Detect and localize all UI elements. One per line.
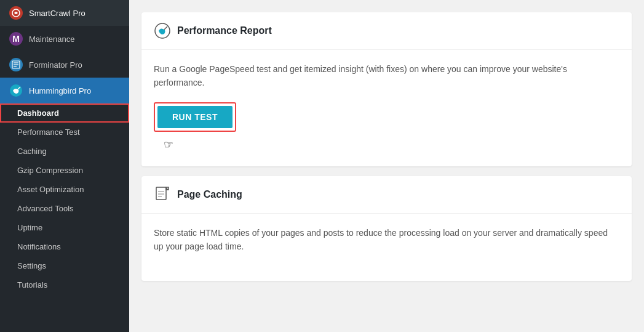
sidebar-plugin-maintenance-label: Maintenance — [29, 34, 74, 44]
sidebar-nav-notifications[interactable]: Notifications — [0, 237, 129, 256]
sidebar-plugin-forminator-label: Forminator Pro — [29, 60, 82, 70]
sidebar-nav-gzip[interactable]: Gzip Compression — [0, 161, 129, 180]
run-test-wrapper: RUN TEST — [154, 102, 236, 132]
performance-report-icon — [154, 22, 171, 39]
page-caching-description: Store static HTML copies of your pages a… — [154, 226, 619, 254]
sidebar-plugin-smartcrawl-label: SmartCrawl Pro — [29, 9, 85, 18]
performance-report-body: Run a Google PageSpeed test and get item… — [141, 50, 632, 166]
run-test-button[interactable]: RUN TEST — [157, 106, 233, 128]
pointer-cursor-icon: ☞ — [164, 138, 173, 152]
sidebar-plugin-maintenance[interactable]: M Maintenance — [0, 26, 129, 52]
performance-report-header: Performance Report — [141, 12, 632, 50]
sidebar-nav-uptime[interactable]: Uptime — [0, 218, 129, 237]
sidebar-plugin-hummingbird-label: Hummingbird Pro — [29, 86, 91, 95]
sidebar-plugin-forminator[interactable]: Forminator Pro — [0, 52, 129, 78]
sidebar-plugin-hummingbird[interactable]: Hummingbird Pro — [0, 78, 129, 103]
sidebar-nav-caching[interactable]: Caching — [0, 142, 129, 161]
page-caching-icon — [154, 186, 171, 203]
performance-report-description: Run a Google PageSpeed test and get item… — [154, 62, 619, 90]
page-caching-header: Page Caching — [141, 176, 632, 214]
performance-report-card: Performance Report Run a Google PageSpee… — [141, 12, 632, 166]
page-caching-body: Store static HTML copies of your pages a… — [141, 214, 632, 281]
cursor-indicator: ☞ — [154, 136, 619, 152]
maintenance-icon: M — [9, 32, 23, 46]
main-content: Performance Report Run a Google PageSpee… — [129, 0, 644, 332]
performance-report-title: Performance Report — [177, 25, 272, 36]
page-caching-card: Page Caching Store static HTML copies of… — [141, 176, 632, 281]
smartcrawl-icon — [9, 6, 23, 20]
sidebar-nav-tutorials[interactable]: Tutorials — [0, 275, 129, 294]
sidebar-nav-dashboard[interactable]: Dashboard — [0, 103, 129, 123]
sidebar-plugin-smartcrawl[interactable]: SmartCrawl Pro — [0, 0, 129, 26]
sidebar-nav-advanced-tools[interactable]: Advanced Tools — [0, 199, 129, 218]
sidebar: SmartCrawl Pro M Maintenance Forminator … — [0, 0, 129, 332]
forminator-icon — [9, 58, 23, 71]
page-caching-title: Page Caching — [177, 189, 242, 200]
sidebar-nav-asset-optimization[interactable]: Asset Optimization — [0, 180, 129, 199]
hummingbird-icon — [9, 84, 23, 97]
sidebar-nav-performance-test[interactable]: Performance Test — [0, 123, 129, 142]
svg-rect-7 — [156, 187, 166, 200]
sidebar-nav-settings[interactable]: Settings — [0, 256, 129, 275]
